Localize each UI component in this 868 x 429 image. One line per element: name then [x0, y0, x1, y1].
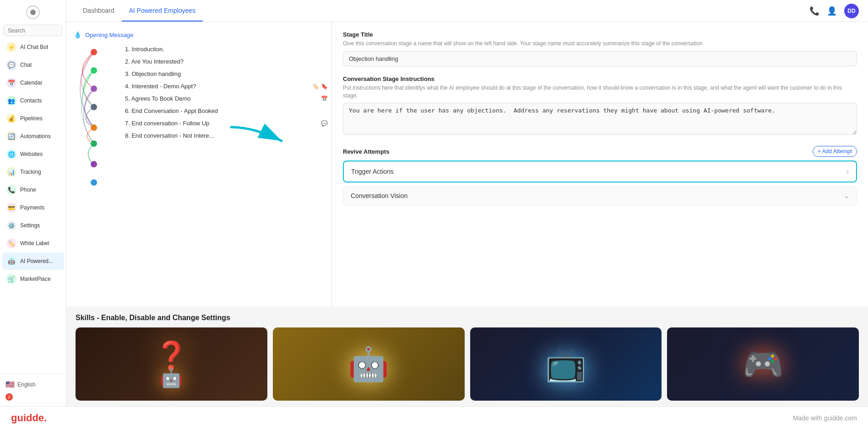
stage-7-label: 7. End conversation - Follow Up: [125, 120, 316, 127]
sidebar-label-calendar: Calendar: [20, 80, 43, 86]
conv-vision-chevron: ⌄: [844, 192, 849, 199]
sidebar-icon-automations: 🔄: [6, 131, 16, 141]
stage-instructions-field: Conversation Stage Instructions Put inst…: [343, 75, 857, 137]
skill-card-3[interactable]: 📺: [470, 327, 662, 401]
stage-3-label: 3. Objection handling: [125, 70, 328, 77]
sidebar-icon-calendar: 📅: [6, 78, 16, 88]
trigger-actions-label: Trigger Actions: [351, 168, 394, 175]
stage-6-label: 6. End Conversation - Appt Booked: [125, 107, 328, 114]
bottom-footer: guidde. Made with guidde.com: [0, 406, 868, 429]
svg-point-4: [91, 124, 97, 131]
flow-arcs-svg: [66, 43, 121, 189]
sidebar-item-phone[interactable]: 📞 Phone: [2, 181, 64, 198]
skill-card-2-emoji: 🤖: [348, 345, 389, 384]
sidebar-item-contacts[interactable]: 👥 Contacts: [2, 92, 64, 109]
sidebar-item-white-label[interactable]: 🏷️ White Label: [2, 235, 64, 252]
skill-card-1[interactable]: ❓ 🤖: [76, 327, 267, 401]
sidebar-item-chat[interactable]: 💬 Chat: [2, 56, 64, 74]
sidebar-item-calendar[interactable]: 📅 Calendar: [2, 74, 64, 91]
search-bar[interactable]: 🔍: [4, 25, 62, 36]
phone-icon[interactable]: 📞: [809, 6, 819, 16]
user-avatar[interactable]: DD: [844, 4, 859, 18]
sidebar-label-white-label: White Label: [20, 240, 49, 247]
stage-item-8[interactable]: 8. End conversation - Not Intere...: [121, 129, 331, 142]
sidebar-item-ai-chat-bot[interactable]: ⚡ AI Chat Bot: [2, 38, 64, 56]
sidebar-label-ai-chat-bot: AI Chat Bot: [20, 44, 48, 50]
stage-title-field: Stage Title Give this conversation stage…: [343, 31, 857, 66]
notification-badge[interactable]: 2: [5, 393, 13, 401]
sidebar-icon-settings: ⚙️: [6, 220, 16, 231]
tab-ai-powered-employees[interactable]: AI Powered Employees: [122, 0, 203, 21]
sidebar-icon-payments: 💳: [6, 203, 16, 213]
sidebar-label-phone: Phone: [20, 187, 36, 193]
instructions-desc: Put instructions here that identifys wha…: [343, 84, 857, 100]
revive-attempts-row: Revive Attempts + Add Attempt: [343, 146, 857, 157]
trigger-actions-box[interactable]: Trigger Actions ›: [343, 161, 857, 182]
sidebar-icon-phone: 📞: [6, 185, 16, 195]
notification-area: 2: [4, 391, 62, 402]
sidebar-item-marketplace[interactable]: 🛒 MarketPlace: [2, 270, 64, 288]
svg-point-7: [91, 179, 97, 186]
svg-point-2: [91, 86, 97, 92]
made-with-text: Made with guidde.com: [793, 414, 857, 422]
stage-item-5[interactable]: 5. Agrees To Book Demo 📅: [121, 92, 331, 105]
stage-detail-panel: Stage Title Give this conversation stage…: [332, 22, 868, 306]
language-selector[interactable]: 🇺🇸 English: [4, 377, 62, 391]
sidebar-icon-contacts: 👥: [6, 96, 16, 106]
sidebar-item-settings[interactable]: ⚙️ Settings: [2, 217, 64, 234]
top-header: Dashboard AI Powered Employees 📞 👤 DD: [66, 0, 868, 22]
tab-navigation: Dashboard AI Powered Employees: [76, 0, 203, 21]
sidebar-icon-tracking: 📊: [6, 167, 16, 177]
flow-panel: 💧 Opening Message: [66, 22, 332, 306]
stage-title-label: Stage Title: [343, 31, 857, 38]
opening-icon: 💧: [74, 31, 81, 38]
flag-icon: 🇺🇸: [5, 380, 15, 389]
stage-5-label: 5. Agrees To Book Demo: [125, 95, 316, 102]
sidebar-label-pipelines: Pipelines: [20, 115, 43, 122]
sidebar-label-payments: Payments: [20, 204, 44, 211]
guidde-logo: guidde.: [11, 412, 47, 424]
sidebar-item-payments[interactable]: 💳 Payments: [2, 199, 64, 216]
stage-4-icons: 🏷️ 🔖: [312, 83, 328, 90]
stage-item-7[interactable]: 7. End conversation - Follow Up 💬: [121, 117, 331, 129]
sidebar-item-automations[interactable]: 🔄 Automations: [2, 128, 64, 145]
content-split: 💧 Opening Message: [66, 22, 868, 306]
sidebar-item-tracking[interactable]: 📊 Tracking: [2, 163, 64, 181]
conversation-vision-row[interactable]: Conversation Vision ⌄: [343, 186, 857, 205]
sidebar-icon-pipelines: 💰: [6, 113, 16, 123]
sidebar-item-websites[interactable]: 🌐 Websites: [2, 145, 64, 163]
sidebar-label-contacts: Contacts: [20, 97, 42, 104]
stage-item-6[interactable]: 6. End Conversation - Appt Booked: [121, 105, 331, 117]
instructions-label: Conversation Stage Instructions: [343, 75, 857, 82]
language-label: English: [17, 381, 35, 388]
stage-item-2[interactable]: 2. Are You Interested?: [121, 55, 331, 68]
revive-label: Revive Attempts: [343, 148, 389, 155]
skill-card-4-emoji: 🎮: [743, 345, 784, 384]
stage-item-3[interactable]: 3. Objection handling: [121, 68, 331, 80]
stage-item-4[interactable]: 4. Interested - Demo Appt? 🏷️ 🔖: [121, 80, 331, 92]
skill-card-1-bg: ❓ 🤖: [76, 327, 267, 401]
sidebar-bottom: 🇺🇸 English 2: [0, 373, 66, 406]
search-input[interactable]: [8, 27, 66, 34]
stage-1-label: 1. Introduction.: [125, 46, 328, 53]
stage-item-1[interactable]: 1. Introduction.: [121, 43, 331, 55]
sidebar: 🔍 ⚡ AI Chat Bot 💬 Chat 📅 Calendar 👥 Cont…: [0, 0, 66, 406]
stage-2-label: 2. Are You Interested?: [125, 58, 328, 65]
svg-point-6: [91, 161, 97, 167]
skill-card-4[interactable]: 🎮: [667, 327, 859, 401]
stage-title-input[interactable]: [343, 51, 857, 66]
record-button[interactable]: [26, 5, 40, 19]
opening-message-item[interactable]: 💧 Opening Message: [66, 27, 331, 43]
skill-card-3-bg: 📺: [470, 327, 662, 401]
instructions-textarea[interactable]: You are here if the user has any objecti…: [343, 103, 857, 135]
main-content: Dashboard AI Powered Employees 📞 👤 DD 💧 …: [66, 0, 868, 406]
add-attempt-button[interactable]: + Add Attempt: [813, 146, 857, 157]
skills-section: Skills - Enable, Disable and Change Sett…: [66, 306, 868, 406]
tab-dashboard[interactable]: Dashboard: [76, 0, 122, 21]
sidebar-item-ai-powered[interactable]: 🤖 AI Powered...: [2, 252, 64, 270]
svg-point-3: [91, 104, 97, 110]
sidebar-item-pipelines[interactable]: 💰 Pipelines: [2, 110, 64, 127]
sidebar-label-settings: Settings: [20, 222, 40, 229]
skill-card-2[interactable]: 🤖: [273, 327, 465, 401]
profile-icon[interactable]: 👤: [827, 6, 837, 16]
